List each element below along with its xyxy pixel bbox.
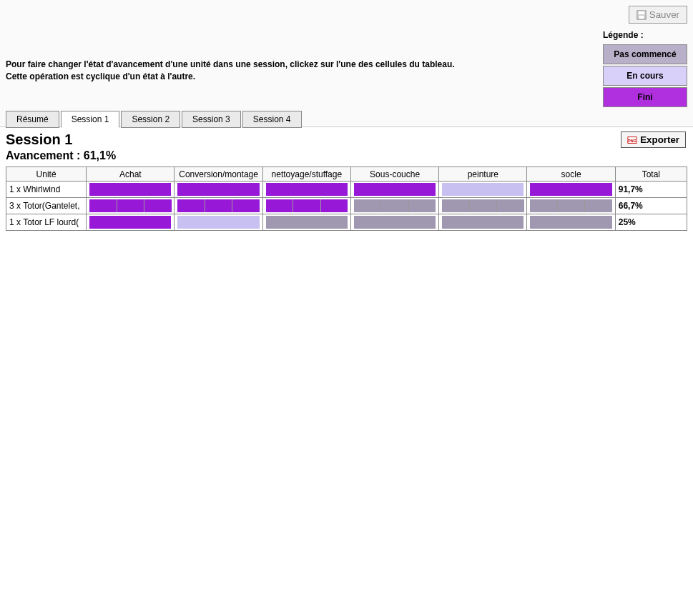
progress-sub-cell[interactable] (354, 199, 381, 212)
progress-sub-cell[interactable] (585, 199, 611, 212)
progress-sub-cell[interactable] (442, 183, 524, 196)
progress-sub-cell[interactable] (232, 199, 259, 212)
progress-label: Avancement : 61,1% (6, 149, 687, 162)
progress-sub-cell[interactable] (89, 216, 171, 229)
progress-cell[interactable] (175, 198, 262, 214)
progress-sub-cell[interactable] (266, 199, 293, 212)
tab-session-3[interactable]: Session 3 (182, 111, 241, 128)
svg-rect-1 (638, 11, 644, 14)
tab-résumé[interactable]: Résumé (6, 111, 59, 128)
unit-cell: 1 x Whirlwind (6, 182, 87, 198)
header-area: Sauver Légende : Pas commencé En cours F… (0, 0, 693, 127)
progress-sub-cell[interactable] (266, 216, 348, 229)
progress-sub-cell[interactable] (381, 199, 408, 212)
progress-cell[interactable] (350, 198, 438, 214)
progress-sub-cell[interactable] (470, 199, 497, 212)
progress-cell[interactable] (439, 198, 527, 214)
progress-sub-cell[interactable] (293, 199, 320, 212)
disk-icon (637, 10, 647, 20)
total-cell: 66,7% (615, 198, 687, 214)
tab-session-2[interactable]: Session 2 (121, 111, 180, 128)
unit-cell: 3 x Totor(Gantelet, (6, 198, 87, 214)
progress-cell[interactable] (262, 214, 350, 231)
total-cell: 91,7% (615, 182, 687, 198)
progress-cell[interactable] (87, 198, 175, 214)
unit-cell: 1 x Totor LF lourd( (6, 214, 87, 231)
progress-sub-cell[interactable] (558, 199, 585, 212)
column-header: peinture (439, 167, 527, 182)
progress-sub-cell[interactable] (89, 183, 171, 196)
progress-sub-cell[interactable] (409, 199, 436, 212)
progress-sub-cell[interactable] (442, 199, 469, 212)
progress-sub-cell[interactable] (177, 216, 259, 229)
column-header: nettoyage/stuffage (262, 167, 350, 182)
progress-sub-cell[interactable] (117, 199, 144, 212)
progress-cell[interactable] (527, 198, 615, 214)
progress-cell[interactable] (262, 182, 350, 198)
column-header: socle (527, 167, 615, 182)
progress-cell[interactable] (87, 214, 175, 231)
progress-sub-cell[interactable] (354, 216, 436, 229)
tab-session-1[interactable]: Session 1 (61, 111, 120, 128)
legend-in-progress: En cours (603, 66, 687, 86)
svg-rect-2 (639, 15, 644, 18)
progress-sub-cell[interactable] (321, 199, 348, 212)
progress-sub-cell[interactable] (144, 199, 171, 212)
progress-sub-cell[interactable] (530, 216, 611, 229)
legend: Légende : Pas commencé En cours Fini (603, 30, 687, 109)
progress-sub-cell[interactable] (530, 183, 611, 196)
progress-sub-cell[interactable] (354, 183, 436, 196)
table-row: 1 x Totor LF lourd(25% (6, 214, 687, 231)
tab-session-4[interactable]: Session 4 (242, 111, 302, 128)
progress-sub-cell[interactable] (177, 183, 259, 196)
save-button-label: Sauver (649, 9, 679, 20)
column-header: Total (615, 167, 687, 182)
progress-sub-cell[interactable] (266, 183, 348, 196)
instructions: Pour faire changer l'état d'avancement d… (6, 59, 455, 83)
progress-sub-cell[interactable] (530, 199, 557, 212)
table-row: 1 x Whirlwind91,7% (6, 182, 687, 198)
legend-done: Fini (603, 87, 687, 107)
export-button[interactable]: PNG Exporter (621, 131, 686, 148)
progress-cell[interactable] (262, 198, 350, 214)
content-area: PNG Exporter Session 1 Avancement : 61,1… (0, 127, 693, 235)
save-button[interactable]: Sauver (629, 6, 687, 24)
progress-cell[interactable] (175, 182, 262, 198)
progress-cell[interactable] (350, 214, 438, 231)
legend-title: Légende : (603, 30, 687, 40)
instruction-line-1: Pour faire changer l'état d'avancement d… (6, 59, 455, 71)
progress-cell[interactable] (350, 182, 438, 198)
progress-sub-cell[interactable] (205, 199, 232, 212)
column-header: Achat (87, 167, 175, 182)
session-title: Session 1 (6, 131, 687, 148)
svg-text:PNG: PNG (628, 138, 636, 142)
progress-cell[interactable] (527, 214, 615, 231)
progress-cell[interactable] (527, 182, 615, 198)
total-cell: 25% (615, 214, 687, 231)
column-header: Sous-couche (350, 167, 438, 182)
column-header: Conversion/montage (175, 167, 262, 182)
column-header: Unité (6, 167, 87, 182)
progress-cell[interactable] (87, 182, 175, 198)
tabs: RésuméSession 1Session 2Session 3Session… (6, 110, 303, 127)
instruction-line-2: Cette opération est cyclique d'un état à… (6, 71, 455, 83)
progress-cell[interactable] (439, 182, 527, 198)
progress-sub-cell[interactable] (497, 199, 524, 212)
export-button-label: Exporter (640, 134, 679, 145)
progress-sub-cell[interactable] (442, 216, 524, 229)
progress-sub-cell[interactable] (89, 199, 117, 212)
progress-cell[interactable] (175, 214, 262, 231)
progress-table: UnitéAchatConversion/montagenettoyage/st… (6, 167, 687, 231)
table-row: 3 x Totor(Gantelet,66,7% (6, 198, 687, 214)
progress-sub-cell[interactable] (177, 199, 205, 212)
png-icon: PNG (627, 135, 637, 145)
legend-not-started: Pas commencé (603, 44, 687, 64)
progress-cell[interactable] (439, 214, 527, 231)
